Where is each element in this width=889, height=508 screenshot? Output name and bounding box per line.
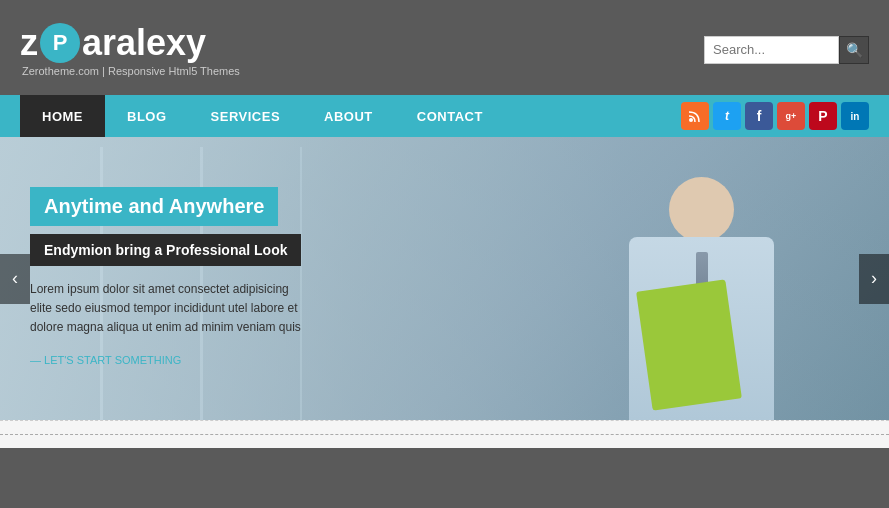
nav-links: HOME BLOG SERVICES ABOUT CONTACT <box>20 95 505 137</box>
chevron-left-icon: ‹ <box>12 268 18 289</box>
slider-next-button[interactable]: › <box>859 254 889 304</box>
hero-cta-link[interactable]: LET'S START SOMETHING <box>30 354 181 366</box>
nav-item-about[interactable]: ABOUT <box>302 95 395 137</box>
logo-title: z P aralexy <box>20 23 240 63</box>
navbar: HOME BLOG SERVICES ABOUT CONTACT t f g+ … <box>0 95 889 137</box>
svg-point-0 <box>689 118 693 122</box>
search-icon: 🔍 <box>846 42 863 58</box>
footer-dots-line <box>0 434 889 435</box>
logo-subtitle: Zerotheme.com | Responsive Html5 Themes <box>22 65 240 77</box>
social-icons: t f g+ P in <box>681 102 869 130</box>
person-head <box>669 177 734 242</box>
nav-item-contact[interactable]: CONTACT <box>395 95 505 137</box>
logo-rest: aralexy <box>82 25 206 61</box>
hero-title: Anytime and Anywhere <box>30 187 278 226</box>
header: z P aralexy Zerotheme.com | Responsive H… <box>0 0 889 95</box>
chevron-right-icon: › <box>871 268 877 289</box>
hero-person-area <box>549 137 829 420</box>
nav-item-services[interactable]: SERVICES <box>189 95 303 137</box>
footer-separator <box>0 420 889 448</box>
search-button[interactable]: 🔍 <box>839 36 869 64</box>
hero-content: Anytime and Anywhere Endymion bring a Pr… <box>30 187 450 368</box>
logo-area: z P aralexy Zerotheme.com | Responsive H… <box>20 23 240 77</box>
search-area: 🔍 <box>704 36 869 64</box>
hero-slider: Anytime and Anywhere Endymion bring a Pr… <box>0 137 889 420</box>
facebook-icon[interactable]: f <box>745 102 773 130</box>
person-folder <box>636 279 742 410</box>
hero-subtitle: Endymion bring a Professional Look <box>30 234 301 266</box>
logo-z: z <box>20 25 38 61</box>
pinterest-icon[interactable]: P <box>809 102 837 130</box>
rss-icon[interactable] <box>681 102 709 130</box>
search-input[interactable] <box>704 36 839 64</box>
nav-item-home[interactable]: HOME <box>20 95 105 137</box>
gplus-icon[interactable]: g+ <box>777 102 805 130</box>
linkedin-icon[interactable]: in <box>841 102 869 130</box>
twitter-icon[interactable]: t <box>713 102 741 130</box>
slider-prev-button[interactable]: ‹ <box>0 254 30 304</box>
hero-body-text: Lorem ipsum dolor sit amet consectet adi… <box>30 280 310 338</box>
nav-item-blog[interactable]: BLOG <box>105 95 189 137</box>
logo-p-icon: P <box>40 23 80 63</box>
